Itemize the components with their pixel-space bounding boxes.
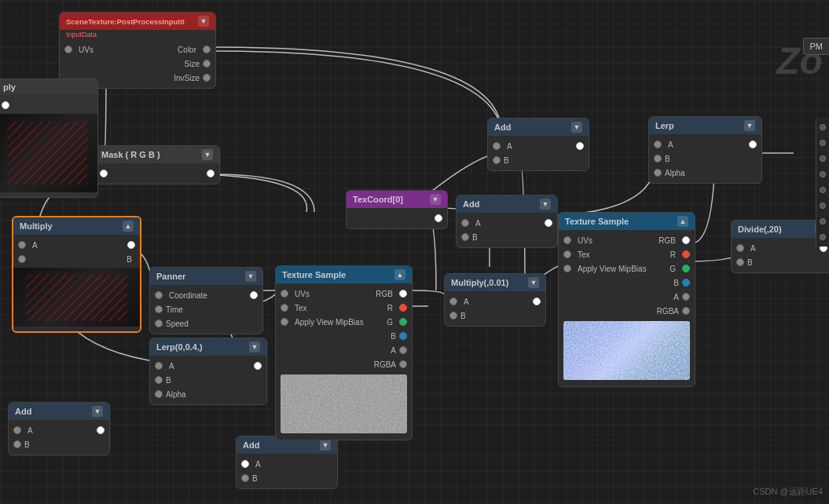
add-top-header[interactable]: Add ▼: [488, 119, 589, 136]
ts-left-mip-pin[interactable]: [281, 318, 288, 326]
texture-sample-left-collapse[interactable]: ▲: [394, 269, 405, 280]
ts-right-mip-pin[interactable]: [563, 265, 571, 272]
size-output-pin[interactable]: [203, 60, 211, 68]
texcoord-node[interactable]: TexCoord[0] ▼: [346, 190, 448, 229]
ts-right-a-pin[interactable]: [682, 293, 690, 301]
panner-speed-pin[interactable]: [155, 320, 163, 327]
mask-input-pin[interactable]: [100, 170, 108, 177]
lerp-top-output-pin[interactable]: [749, 141, 757, 148]
add-bl-a-pin[interactable]: [13, 426, 21, 434]
panner-collapse[interactable]: ▼: [245, 271, 256, 282]
divide-b-pin[interactable]: [736, 258, 744, 266]
ms-output-pin[interactable]: [533, 298, 541, 305]
lerp-top-b-pin[interactable]: [654, 155, 662, 163]
multiply-small-node[interactable]: Multiply(,0.01) ▼ A B: [444, 273, 546, 327]
ts-left-b-pin[interactable]: [399, 332, 407, 340]
panner-time-pin[interactable]: [155, 305, 163, 313]
add-top-a-pin[interactable]: [493, 142, 501, 150]
add-mid-b-pin[interactable]: [461, 233, 469, 241]
multiply-big-output-pin[interactable]: [127, 241, 135, 249]
add-bottom-mid-collapse[interactable]: ▼: [320, 440, 331, 451]
partial-left-pin[interactable]: [2, 101, 9, 109]
add-bl-b-pin[interactable]: [13, 440, 21, 448]
add-top-b-pin[interactable]: [493, 156, 501, 164]
lerp-top-alpha-pin[interactable]: [654, 169, 662, 177]
right-dot-5[interactable]: [820, 187, 826, 193]
ts-left-tex-pin[interactable]: [281, 304, 288, 312]
add-mid-header[interactable]: Add ▼: [457, 195, 557, 213]
multiply-big-node[interactable]: Multiply ▲ A B: [12, 216, 141, 333]
right-dot-2[interactable]: [820, 140, 826, 146]
ts-left-rgb-pin[interactable]: [399, 290, 407, 298]
multiply-small-header[interactable]: Multiply(,0.01) ▼: [445, 274, 545, 291]
ms-a-pin[interactable]: [449, 298, 457, 305]
add-mid-collapse[interactable]: ▼: [540, 199, 551, 210]
lerp-bottom-output-pin[interactable]: [254, 362, 262, 370]
ts-right-tex-pin[interactable]: [563, 250, 571, 258]
ts-right-rgb-pin[interactable]: [682, 236, 690, 244]
multiply-big-a-pin[interactable]: [18, 241, 26, 249]
panner-coord-pin[interactable]: [155, 291, 163, 299]
right-dot-1[interactable]: [820, 124, 826, 130]
scene-texture-collapse[interactable]: ▼: [198, 16, 209, 27]
panner-output-pin[interactable]: [250, 291, 258, 299]
ts-right-b-pin[interactable]: [682, 279, 690, 287]
lerp-top-collapse[interactable]: ▼: [744, 120, 755, 131]
partial-left-header[interactable]: ply: [0, 79, 97, 95]
texcoord-header[interactable]: TexCoord[0] ▼: [347, 191, 447, 208]
ts-left-rgba-pin[interactable]: [399, 360, 407, 368]
ts-left-uvs-pin[interactable]: [281, 290, 288, 298]
multiply-big-b-pin[interactable]: [18, 255, 26, 263]
texture-sample-left-header[interactable]: Texture Sample ▲: [276, 266, 412, 283]
multiply-small-collapse[interactable]: ▼: [528, 277, 539, 288]
texture-sample-right-collapse[interactable]: ▲: [677, 216, 688, 227]
add-bl-output-pin[interactable]: [97, 426, 105, 434]
texture-sample-left-node[interactable]: Texture Sample ▲ UVs RGB Tex R: [275, 265, 413, 440]
ts-right-g-pin[interactable]: [682, 265, 690, 272]
add-mid-output-pin[interactable]: [545, 219, 552, 227]
texcoord-output-pin[interactable]: [435, 214, 442, 222]
lerp-top-node[interactable]: Lerp ▼ A B Alpha: [648, 116, 762, 184]
scene-texture-header[interactable]: SceneTexture:PostProcessInput0 ▼: [60, 13, 215, 30]
ts-left-a-pin[interactable]: [399, 346, 407, 354]
add-mid-a-pin[interactable]: [461, 219, 469, 227]
add-bm-a-pin[interactable]: [241, 460, 249, 468]
ts-right-rgba-pin[interactable]: [682, 307, 690, 315]
ts-left-r-pin[interactable]: [399, 304, 407, 312]
lerp-bottom-a-pin[interactable]: [155, 362, 163, 370]
lerp-top-a-pin[interactable]: [654, 141, 662, 148]
ts-right-uvs-pin[interactable]: [563, 236, 571, 244]
add-bottom-left-header[interactable]: Add ▼: [9, 403, 109, 420]
texture-sample-right-node[interactable]: Texture Sample ▲ UVs RGB Tex R: [558, 212, 695, 387]
scene-texture-node[interactable]: SceneTexture:PostProcessInput0 ▼ InputDa…: [59, 12, 216, 89]
right-dot-3[interactable]: [820, 155, 826, 162]
lerp-bottom-collapse[interactable]: ▼: [249, 341, 260, 352]
add-top-output-pin[interactable]: [576, 142, 584, 150]
add-bottom-mid-node[interactable]: Add ▼ A B: [236, 436, 338, 489]
ts-left-g-pin[interactable]: [399, 318, 407, 326]
panner-header[interactable]: Panner ▼: [150, 268, 262, 285]
lerp-bottom-alpha-pin[interactable]: [155, 390, 163, 398]
right-dot-4[interactable]: [820, 171, 826, 177]
invsize-output-pin[interactable]: [203, 74, 211, 82]
panner-node[interactable]: Panner ▼ Coordinate Time Speed: [149, 267, 263, 334]
add-bottom-left-collapse[interactable]: ▼: [92, 406, 103, 417]
partial-left-node[interactable]: ply: [0, 79, 98, 198]
add-bm-b-pin[interactable]: [241, 474, 249, 482]
mask-node[interactable]: Mask ( R G B ) ▼: [94, 145, 220, 184]
lerp-bottom-header[interactable]: Lerp(0,0.4,) ▼: [150, 338, 266, 356]
add-bottom-left-node[interactable]: Add ▼ A B: [8, 402, 110, 455]
multiply-big-header[interactable]: Multiply ▲: [13, 217, 140, 235]
uvs-input-pin[interactable]: [64, 46, 72, 53]
texcoord-collapse[interactable]: ▼: [430, 194, 441, 205]
divide-header[interactable]: Divide(,20) ▼: [732, 221, 829, 238]
add-top-node[interactable]: Add ▼ A B: [487, 118, 589, 171]
ts-right-r-pin[interactable]: [682, 250, 690, 258]
lerp-bottom-b-pin[interactable]: [155, 376, 163, 384]
add-top-collapse[interactable]: ▼: [571, 122, 582, 133]
divide-node[interactable]: Divide(,20) ▼ A B: [731, 220, 829, 273]
divide-a-pin[interactable]: [736, 244, 744, 252]
right-dot-6[interactable]: [820, 203, 826, 209]
mask-collapse[interactable]: ▼: [202, 149, 213, 160]
lerp-top-header[interactable]: Lerp ▼: [649, 117, 761, 134]
